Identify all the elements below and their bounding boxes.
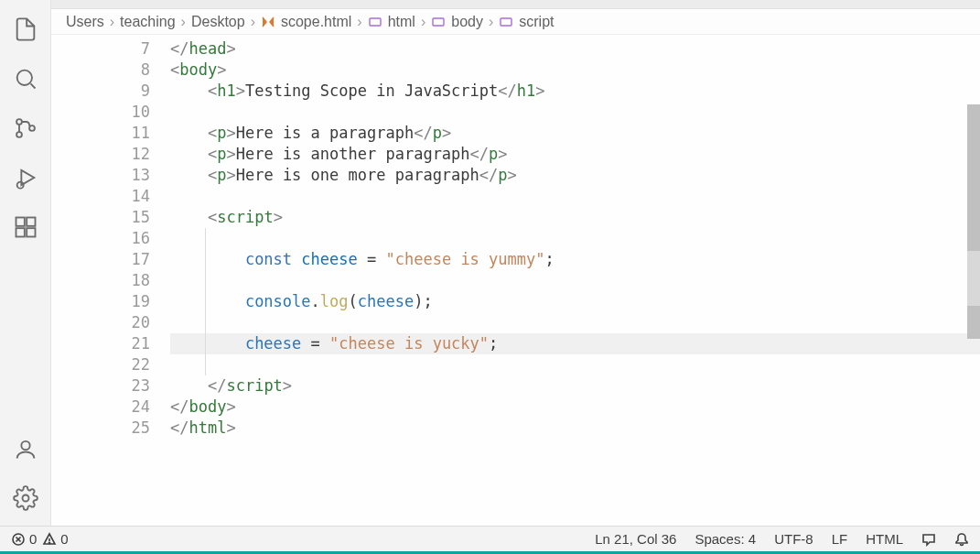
line-number: 16: [51, 228, 150, 249]
line-number: 22: [51, 354, 150, 375]
run-debug-icon[interactable]: [4, 156, 48, 200]
svg-rect-13: [370, 18, 381, 26]
chevron-right-icon: ›: [489, 14, 493, 30]
symbol-icon: [368, 15, 382, 29]
breadcrumb-item[interactable]: Desktop: [191, 14, 245, 30]
svg-point-12: [22, 495, 28, 502]
warning-count: 0: [60, 531, 68, 547]
status-eol[interactable]: LF: [832, 531, 848, 547]
code-line[interactable]: <h1>Testing Scope in JavaScript</h1>: [170, 81, 980, 102]
line-number: 13: [51, 165, 150, 186]
line-number: 10: [51, 102, 150, 123]
breadcrumb-item[interactable]: body: [451, 14, 483, 30]
status-warnings[interactable]: 0: [42, 531, 68, 547]
account-icon[interactable]: [4, 427, 48, 471]
status-bar: 0 0 Ln 21, Col 36 Spaces: 4 UTF-8 LF HTM…: [0, 526, 980, 551]
code-line[interactable]: [170, 270, 980, 291]
svg-point-4: [29, 125, 35, 131]
line-number: 20: [51, 312, 150, 333]
line-number-gutter[interactable]: 78910111213141516171819202122232425: [51, 35, 170, 526]
svg-rect-15: [501, 18, 512, 26]
line-number: 19: [51, 291, 150, 312]
line-number: 14: [51, 186, 150, 207]
explorer-icon[interactable]: [4, 7, 48, 51]
code-line[interactable]: [170, 186, 980, 207]
line-number: 9: [51, 81, 150, 102]
chevron-right-icon: ›: [421, 14, 425, 30]
code-line[interactable]: <p>Here is one more paragraph</p>: [170, 165, 980, 186]
symbol-icon: [499, 15, 513, 29]
line-number: 7: [51, 38, 150, 60]
breadcrumb-item[interactable]: teaching: [120, 14, 176, 30]
breadcrumb-item[interactable]: html: [388, 14, 415, 30]
chevron-right-icon: ›: [357, 14, 361, 30]
status-errors[interactable]: 0: [11, 531, 37, 547]
notifications-bell-icon[interactable]: [954, 532, 969, 547]
chevron-right-icon: ›: [181, 14, 186, 30]
extensions-icon[interactable]: [4, 205, 48, 249]
line-number: 11: [51, 123, 150, 144]
line-number: 8: [51, 60, 150, 81]
code-line[interactable]: <body>: [170, 60, 980, 81]
code-line[interactable]: <script>: [170, 207, 980, 228]
code-line[interactable]: <p>Here is another paragraph</p>: [170, 144, 980, 165]
line-number: 23: [51, 375, 150, 396]
code-line[interactable]: const cheese = "cheese is yummy";: [170, 249, 980, 270]
svg-point-20: [49, 542, 50, 543]
status-language[interactable]: HTML: [866, 531, 903, 547]
line-number: 15: [51, 207, 150, 228]
feedback-icon[interactable]: [921, 532, 936, 547]
line-number: 12: [51, 144, 150, 165]
chevron-right-icon: ›: [110, 14, 114, 30]
code-line[interactable]: </html>: [170, 418, 980, 439]
activity-bar: [0, 0, 51, 526]
svg-point-0: [16, 71, 31, 85]
breadcrumb[interactable]: Users › teaching › Desktop › scope.html …: [51, 9, 980, 35]
svg-rect-10: [27, 228, 35, 236]
status-cursor-position[interactable]: Ln 21, Col 36: [595, 531, 676, 547]
line-number: 21: [51, 333, 150, 354]
breadcrumb-item[interactable]: Users: [66, 14, 104, 30]
source-control-icon[interactable]: [4, 106, 48, 150]
line-number: 25: [51, 418, 150, 439]
status-encoding[interactable]: UTF-8: [774, 531, 813, 547]
breadcrumb-item[interactable]: script: [519, 14, 554, 30]
code-line[interactable]: [170, 102, 980, 123]
code-line[interactable]: <p>Here is a paragraph</p>: [170, 123, 980, 144]
settings-gear-icon[interactable]: [4, 476, 48, 520]
svg-rect-9: [16, 228, 24, 236]
svg-rect-7: [16, 218, 24, 226]
status-indentation[interactable]: Spaces: 4: [695, 531, 756, 547]
tab-bar[interactable]: [51, 0, 980, 9]
svg-rect-14: [433, 18, 444, 26]
code-line[interactable]: [170, 228, 980, 249]
svg-rect-8: [27, 218, 35, 226]
code-editor[interactable]: 78910111213141516171819202122232425 </he…: [51, 35, 980, 526]
svg-point-2: [16, 119, 22, 125]
line-number: 18: [51, 270, 150, 291]
search-icon[interactable]: [4, 57, 48, 101]
code-line[interactable]: </head>: [170, 38, 980, 60]
line-number: 24: [51, 396, 150, 418]
code-line[interactable]: [170, 312, 980, 333]
minimap-slider[interactable]: [967, 251, 980, 306]
line-number: 17: [51, 249, 150, 270]
svg-line-1: [30, 83, 35, 88]
code-line[interactable]: [170, 354, 980, 375]
code-line[interactable]: </script>: [170, 375, 980, 396]
code-content[interactable]: </head><body> <h1>Testing Scope in JavaS…: [170, 35, 980, 526]
svg-point-3: [16, 132, 22, 137]
code-line[interactable]: console.log(cheese);: [170, 291, 980, 312]
file-code-icon: [261, 15, 275, 29]
svg-point-11: [21, 441, 29, 450]
error-count: 0: [29, 531, 37, 547]
symbol-icon: [431, 15, 446, 29]
editor-area: Users › teaching › Desktop › scope.html …: [51, 0, 980, 526]
code-line[interactable]: </body>: [170, 396, 980, 418]
scrollbar[interactable]: [967, 35, 980, 526]
code-line[interactable]: cheese = "cheese is yucky";: [170, 333, 980, 354]
chevron-right-icon: ›: [251, 14, 255, 30]
breadcrumb-item[interactable]: scope.html: [281, 14, 351, 30]
